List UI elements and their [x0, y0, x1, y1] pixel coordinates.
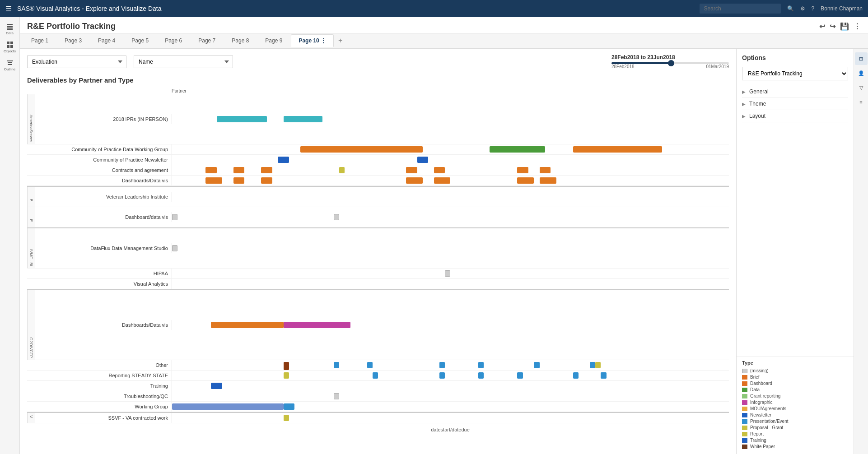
- label-area: IVMF - BI DataFlux Data Management Studi…: [27, 228, 172, 268]
- table-row: HIPAA: [27, 269, 729, 279]
- filter-name[interactable]: Name: [134, 56, 233, 68]
- legend-swatch: [742, 400, 747, 405]
- tab-page9[interactable]: Page 9: [257, 34, 290, 47]
- options-section-theme[interactable]: ▶ Theme: [742, 98, 848, 110]
- tab-page1[interactable]: Page 1: [23, 34, 56, 47]
- project-other: Other: [35, 361, 172, 369]
- x-axis-label: datestart/datedue: [172, 427, 729, 432]
- slider-thumb[interactable]: [668, 60, 674, 66]
- legend-label: Grant reporting: [750, 394, 780, 398]
- tool-options[interactable]: ⊞: [855, 52, 868, 65]
- main-layout: Data Objects Outline R&E Portfolio Track…: [0, 17, 868, 454]
- partner-o2o: O2O/VCTP: [27, 290, 35, 360]
- bar: [172, 403, 284, 410]
- help-icon[interactable]: ?: [812, 5, 815, 12]
- bars-contracts: [172, 165, 729, 175]
- bar: [434, 177, 451, 184]
- chevron-right-icon: ▶: [742, 89, 746, 94]
- filter-evaluation[interactable]: Evaluation: [27, 56, 126, 68]
- sidebar-item-objects[interactable]: Objects: [2, 39, 18, 55]
- bar: [439, 372, 445, 379]
- redo-icon[interactable]: ↪: [830, 22, 835, 31]
- section-theme-label: Theme: [749, 101, 766, 107]
- options-section-general[interactable]: ▶ General: [742, 86, 848, 98]
- date-range-label: 28Feb2018 to 23Jun2018: [611, 54, 729, 60]
- gantt-container: Partner AmericaServes 2018 iPRs (IN PERS…: [27, 88, 729, 432]
- tab-page6[interactable]: Page 6: [157, 34, 190, 47]
- date-slider[interactable]: [611, 62, 729, 64]
- bar: [573, 372, 579, 379]
- legend-area: Type (missing) Brief Dashboard: [737, 356, 854, 454]
- options-section-layout[interactable]: ▶ Layout: [742, 110, 848, 122]
- sidebar-item-outline[interactable]: Outline: [2, 57, 18, 73]
- sidebar-item-data[interactable]: Data: [2, 21, 18, 37]
- search-icon[interactable]: 🔍: [787, 5, 794, 12]
- filters-icon: ▽: [859, 85, 863, 91]
- options-report-select[interactable]: R&E Portfolio Tracking: [742, 67, 848, 80]
- tab-page3[interactable]: Page 3: [57, 34, 89, 47]
- partner-ivmf: IVMF - BI: [27, 228, 35, 268]
- legend-label: Newsletter: [750, 412, 771, 417]
- table-row: Visual Analytics: [27, 279, 729, 289]
- bar: [573, 146, 662, 153]
- bar: [517, 167, 528, 173]
- add-tab-button[interactable]: +: [335, 35, 346, 46]
- search-input[interactable]: [700, 4, 781, 14]
- partner-v: V...: [27, 413, 35, 423]
- right-tool-sidebar: ⊞ 👤 ▽ ≡: [854, 49, 868, 454]
- bar: [261, 167, 272, 173]
- date-end-label: 01Mar2019: [706, 64, 729, 69]
- tool-roles[interactable]: 👤: [855, 67, 868, 79]
- bars-dashboards: [172, 176, 729, 185]
- bar: [284, 362, 289, 370]
- svg-rect-6: [10, 45, 13, 48]
- tab-page5[interactable]: Page 5: [124, 34, 156, 47]
- legend-label: Report: [750, 431, 764, 436]
- table-row: E... Dashboard/data vis: [27, 207, 729, 227]
- legend-item-mou: MOU/Agreements: [742, 406, 848, 411]
- settings-icon[interactable]: ⚙: [800, 5, 805, 12]
- left-sidebar: Data Objects Outline: [0, 17, 20, 454]
- undo-icon[interactable]: ↩: [819, 22, 825, 31]
- legend-swatch: [742, 426, 747, 430]
- menu-icon[interactable]: ☰: [5, 5, 12, 13]
- bar: [367, 362, 373, 368]
- user-name[interactable]: Bonnie Chapman: [821, 5, 863, 12]
- bars-hipaa: [172, 269, 729, 278]
- label-area: Training: [27, 382, 172, 389]
- partner-label: Partner: [172, 88, 729, 93]
- save-icon[interactable]: 💾: [840, 22, 849, 31]
- tool-ranks[interactable]: ≡: [855, 96, 868, 108]
- tool-filters[interactable]: ▽: [855, 81, 868, 94]
- right-panel: Options R&E Portfolio Tracking ▶ General…: [736, 49, 854, 454]
- page-header: R&E Portfolio Tracking ↩ ↪ 💾 ⋮: [20, 17, 868, 33]
- label-area: Other: [27, 361, 172, 369]
- tab-page10[interactable]: Page 10 ⋮: [291, 34, 334, 47]
- table-row: Working Group: [27, 402, 729, 412]
- project-vli: Veteran Leadership Institute: [35, 193, 172, 200]
- table-row: Community of Practice Newsletter: [27, 155, 729, 165]
- legend-label: MOU/Agreements: [750, 406, 786, 411]
- legend-title: Type: [742, 360, 848, 366]
- bars-dataflux: [172, 243, 729, 253]
- bar: [434, 167, 445, 173]
- options-title: Options: [742, 54, 848, 61]
- more-icon[interactable]: ⋮: [854, 22, 861, 31]
- date-start-label: 28Feb2018: [611, 64, 635, 69]
- bars-ssvf: [172, 413, 729, 423]
- chart-area: Evaluation Name 28Feb2018 to 23Jun2018: [20, 49, 736, 454]
- svg-rect-2: [7, 28, 13, 30]
- project-2018iprs: 2018 iPRs (IN PERSON): [35, 116, 172, 123]
- tab-page4[interactable]: Page 4: [90, 34, 123, 47]
- legend-label: Proposal - Grant: [750, 425, 783, 430]
- bars-cop-data: [172, 144, 729, 154]
- legend-swatch: [742, 413, 747, 417]
- label-area: Dashboards/Data vis: [27, 177, 172, 184]
- bar: [339, 167, 345, 173]
- tab-page8[interactable]: Page 8: [224, 34, 257, 47]
- legend-item-data: Data: [742, 387, 848, 392]
- bars-visual-analytics: [172, 279, 729, 289]
- legend-swatch: [742, 438, 747, 443]
- tab-page7[interactable]: Page 7: [191, 34, 223, 47]
- legend-item-brief: Brief: [742, 375, 848, 380]
